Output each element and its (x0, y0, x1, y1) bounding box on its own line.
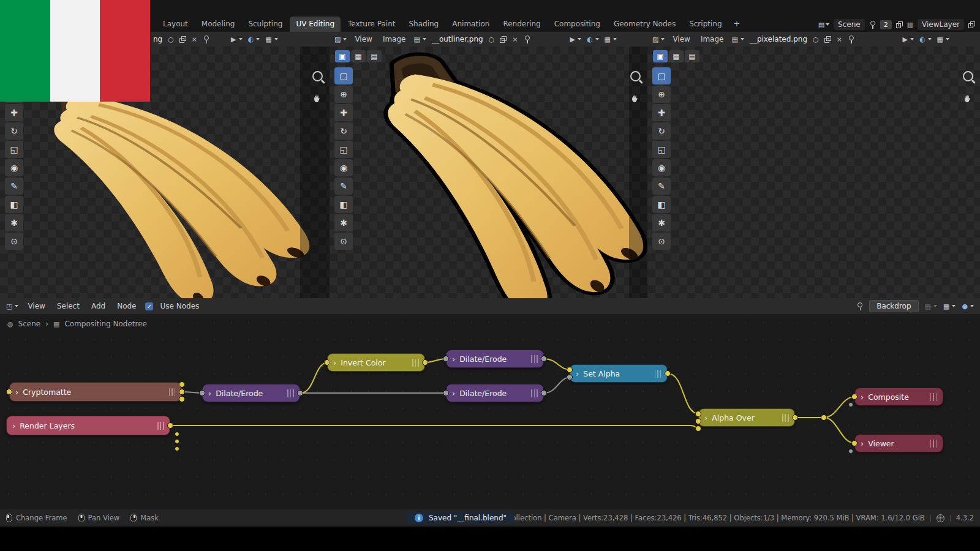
select-mode-extend[interactable]: ▦ (669, 50, 684, 62)
overlays-icon[interactable]: ◐ (919, 36, 932, 43)
move-icon[interactable]: ✚ (334, 104, 353, 121)
node-grip[interactable] (930, 393, 937, 401)
scene-users-badge[interactable]: 2 (880, 20, 892, 29)
socket[interactable] (695, 425, 701, 432)
node-cryptomatte[interactable]: › Cryptomatte (9, 382, 182, 402)
pan-hand-icon[interactable] (963, 94, 973, 103)
pin-icon[interactable] (203, 36, 209, 43)
node-canvas[interactable]: ◍ Scene › ▦ Compositing Nodetree (0, 314, 980, 509)
use-nodes-checkbox[interactable]: ✓ (145, 302, 153, 310)
socket[interactable] (179, 396, 185, 402)
gizmo-icon[interactable]: ▶ (903, 36, 914, 43)
node-dilate-erode-3[interactable]: › Dilate/Erode (446, 384, 544, 402)
node-grip[interactable] (412, 359, 419, 367)
fake-user-icon[interactable]: ○ (489, 36, 495, 43)
socket[interactable] (695, 418, 701, 424)
select-mode-subtract[interactable]: ▤ (367, 50, 382, 62)
new-image-icon[interactable] (500, 36, 507, 43)
tab-scripting[interactable]: Scripting (683, 17, 728, 32)
scene-selector[interactable]: Scene (834, 19, 865, 30)
node-grip[interactable] (287, 389, 294, 397)
socket[interactable] (695, 411, 701, 417)
snapping-icon[interactable]: ▦ (943, 302, 956, 310)
tab-rendering[interactable]: Rendering (497, 17, 546, 32)
tab-uv-editing[interactable]: UV Editing (290, 17, 341, 32)
socket[interactable] (443, 390, 449, 396)
tab-animation[interactable]: Animation (446, 17, 496, 32)
unlink-icon[interactable]: × (512, 36, 518, 43)
relax-icon[interactable]: ◧ (334, 196, 353, 213)
backdrop-image-icon[interactable]: ▤ (925, 302, 937, 310)
tab-sculpting[interactable]: Sculpting (242, 17, 288, 32)
editor-type-icon[interactable]: ◳ (6, 302, 18, 310)
node-composite[interactable]: › Composite (854, 388, 943, 406)
browse-image-icon[interactable]: ▤ (413, 36, 426, 43)
socket[interactable] (167, 422, 173, 429)
collapse-icon[interactable]: › (15, 388, 18, 397)
select-box-icon[interactable]: ▢ (334, 67, 353, 84)
socket[interactable] (324, 359, 330, 365)
rotate-icon[interactable]: ↻ (5, 122, 23, 140)
relax-icon[interactable]: ◧ (5, 196, 23, 213)
zoom-icon[interactable] (312, 71, 323, 81)
menu-add[interactable]: Add (89, 301, 108, 311)
reroute-node[interactable] (821, 414, 827, 421)
node-grip[interactable] (531, 355, 538, 363)
socket[interactable] (851, 394, 858, 400)
socket[interactable] (851, 440, 858, 446)
gizmo-icon[interactable]: ▶ (231, 36, 242, 43)
transform-icon[interactable]: ◉ (652, 159, 671, 176)
fake-user-icon[interactable]: ○ (168, 36, 174, 43)
pin-icon[interactable] (856, 302, 863, 310)
viewlayer-selector[interactable]: ViewLayer (918, 19, 964, 30)
collapse-icon[interactable]: › (12, 421, 15, 430)
select-mode-subtract[interactable]: ▤ (685, 50, 699, 62)
zoom-icon[interactable] (630, 71, 641, 81)
menu-node[interactable]: Node (115, 301, 138, 311)
socket[interactable] (297, 390, 303, 396)
socket[interactable] (541, 390, 547, 396)
pin-icon[interactable] (848, 36, 854, 43)
new-image-icon[interactable] (179, 36, 186, 43)
editor-type-icon[interactable]: ▨ (334, 36, 347, 43)
grab-icon[interactable]: ✱ (5, 214, 23, 231)
collapse-icon[interactable]: › (861, 439, 864, 448)
tab-texture-paint[interactable]: Texture Paint (342, 17, 401, 32)
grab-icon[interactable]: ✱ (652, 214, 671, 231)
zoom-icon[interactable] (963, 71, 973, 81)
select-mode-box[interactable]: ▣ (653, 50, 668, 62)
overlays-icon[interactable]: ◐ (248, 36, 260, 43)
collapse-icon[interactable]: › (452, 354, 455, 364)
socket[interactable] (175, 439, 179, 444)
annotate-icon[interactable]: ✎ (5, 178, 23, 195)
node-dilate-erode-1[interactable]: › Dilate/Erode (202, 384, 300, 402)
backdrop-button[interactable]: Backdrop (869, 300, 918, 312)
display-channels-icon[interactable]: ▦ (265, 36, 277, 43)
socket[interactable] (179, 381, 185, 388)
socket[interactable] (175, 432, 179, 437)
sample-icon[interactable]: ⊙ (5, 233, 23, 250)
menu-view[interactable]: View (670, 34, 692, 44)
select-box-icon[interactable]: ▢ (652, 67, 671, 84)
node-alpha-over[interactable]: › Alpha Over (698, 408, 795, 427)
collapse-icon[interactable]: › (861, 392, 864, 402)
node-set-alpha[interactable]: › Set Alpha (570, 364, 668, 383)
tab-modeling[interactable]: Modeling (195, 17, 241, 32)
node-dilate-erode-2[interactable]: › Dilate/Erode (446, 350, 544, 368)
image-name[interactable]: __pixelated.png (750, 35, 807, 43)
socket[interactable] (848, 402, 853, 407)
sample-icon[interactable]: ⊙ (334, 233, 353, 250)
new-image-icon[interactable] (824, 36, 831, 43)
node-grip[interactable] (157, 422, 164, 430)
new-scene-icon[interactable] (896, 21, 903, 28)
overlays-icon[interactable]: ● (962, 302, 974, 310)
pin-icon[interactable] (524, 36, 530, 43)
pin-icon[interactable] (869, 21, 876, 29)
image-viewport[interactable]: ▣ ▦ ▤ ▢⊕✚↻◱◉✎◧✱⊙ (330, 47, 647, 298)
node-invert-color[interactable]: › Invert Color (327, 353, 425, 372)
scale-icon[interactable]: ◱ (652, 141, 671, 158)
node-grip[interactable] (930, 440, 937, 448)
tab-geometry-nodes[interactable]: Geometry Nodes (608, 17, 682, 32)
socket[interactable] (541, 356, 547, 362)
collapse-icon[interactable]: › (576, 369, 579, 378)
